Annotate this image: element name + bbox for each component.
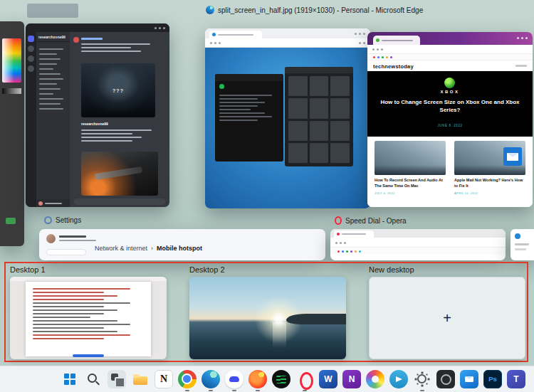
photoshop-icon[interactable]: Ps xyxy=(483,370,502,388)
discord-window[interactable]: researchzone99 ??? researchzone99 xyxy=(26,23,169,207)
settings-window-label[interactable]: Settings xyxy=(44,216,81,224)
edge-window-label[interactable]: split_screen_in_half.jpg (1919×1030) - P… xyxy=(206,6,423,14)
account-name-bar xyxy=(59,235,86,238)
settings-search-box[interactable] xyxy=(46,249,86,255)
color-picker-window[interactable] xyxy=(0,21,24,246)
partial-window[interactable] xyxy=(511,229,534,260)
nav-buttons[interactable] xyxy=(335,242,346,244)
desktop-2-thumbnail[interactable] xyxy=(189,277,346,359)
new-desktop-label[interactable]: New desktop xyxy=(369,265,414,274)
grid-cell xyxy=(330,76,350,96)
text-line xyxy=(33,331,117,332)
tab-title-bar xyxy=(218,34,253,36)
article-card[interactable]: How To Record Screen And Audio At The Sa… xyxy=(375,141,446,195)
article-title[interactable]: Apple Mail Not Working? Here's How to Fi… xyxy=(454,178,525,189)
server-icon[interactable] xyxy=(28,55,34,62)
article-title[interactable]: How To Record Screen And Audio At The Sa… xyxy=(375,178,446,189)
text-line xyxy=(515,243,529,245)
discord-icon[interactable] xyxy=(225,370,244,388)
grid-cell xyxy=(288,98,308,118)
chat-image-dark-scene[interactable]: ??? xyxy=(81,63,155,117)
green-accent xyxy=(219,84,224,89)
bookmark-favicons[interactable] xyxy=(373,56,392,58)
chrome-icon[interactable] xyxy=(178,370,197,388)
notion-glyph: N xyxy=(160,374,167,384)
telegram-icon[interactable] xyxy=(389,370,408,388)
desktop-2-label[interactable]: Desktop 2 xyxy=(189,265,225,274)
message-input[interactable] xyxy=(74,198,165,205)
opera-active-tab[interactable] xyxy=(334,231,374,238)
nav-buttons[interactable] xyxy=(210,42,221,44)
word-icon[interactable]: W xyxy=(319,370,337,388)
window-controls[interactable] xyxy=(355,33,365,35)
firefox-icon[interactable] xyxy=(248,370,267,388)
text-line xyxy=(39,93,53,95)
text-line xyxy=(39,63,57,65)
onenote-icon[interactable]: N xyxy=(342,370,361,388)
edge-icon xyxy=(206,6,214,14)
hero-article[interactable]: XBOX How to Change Screen Size on Xbox O… xyxy=(367,71,533,137)
text-line xyxy=(219,116,272,117)
bookmark-favicons[interactable] xyxy=(337,250,361,253)
text-line xyxy=(33,288,130,290)
discord-user-bar xyxy=(36,199,70,207)
camera-icon[interactable] xyxy=(436,370,455,388)
window-controls[interactable] xyxy=(517,37,528,39)
file-explorer-icon[interactable] xyxy=(131,370,150,388)
start-icon[interactable] xyxy=(61,370,79,388)
article-date: JULY 4, 2022 xyxy=(375,191,446,195)
text-line xyxy=(219,102,265,103)
article-image xyxy=(454,141,525,175)
task-view-icon[interactable] xyxy=(108,370,126,388)
notion-icon[interactable]: N xyxy=(155,370,173,388)
text-line xyxy=(39,58,61,60)
edge-window[interactable] xyxy=(205,28,370,208)
teams-icon[interactable]: T xyxy=(507,370,525,388)
edge-icon[interactable] xyxy=(201,370,220,388)
search-icon[interactable] xyxy=(84,370,103,388)
red-text-lines xyxy=(33,288,144,300)
breadcrumb-root[interactable]: Network & internet xyxy=(95,245,147,252)
mail-icon[interactable] xyxy=(460,370,478,388)
menu-bar[interactable] xyxy=(515,65,527,67)
chat-image-motorcycle[interactable] xyxy=(81,152,158,196)
paint-icon[interactable] xyxy=(366,370,384,388)
desktop-1-thumbnail[interactable] xyxy=(10,277,167,359)
edge-active-tab[interactable] xyxy=(209,31,262,38)
spotify-icon[interactable] xyxy=(272,370,290,388)
text-line xyxy=(33,309,117,311)
technews-browser-window[interactable]: technewstoday.com technewstoday XBOX How… xyxy=(367,32,533,207)
settings-window-title: Settings xyxy=(56,216,81,224)
settings-window[interactable]: Network & internet › Mobile hotspot xyxy=(39,229,325,260)
image-right-window xyxy=(285,67,353,166)
settings-icon[interactable] xyxy=(413,370,431,388)
breadcrumb-separator: › xyxy=(151,245,153,252)
running-indicator xyxy=(256,390,260,392)
text-line xyxy=(81,129,152,131)
horizontal-scrollbar[interactable] xyxy=(73,354,104,357)
edge-toolbar xyxy=(205,38,370,48)
opera-icon[interactable] xyxy=(295,370,314,388)
mail-illustration-icon xyxy=(503,147,522,166)
desktop-1-label[interactable]: Desktop 1 xyxy=(10,265,46,274)
tab-title-bar xyxy=(342,233,366,235)
server-icon[interactable] xyxy=(28,36,34,42)
avatar xyxy=(38,201,43,206)
avatar xyxy=(73,37,79,43)
server-icon[interactable] xyxy=(28,65,34,72)
hero-title[interactable]: How to Change Screen Size on Xbox One an… xyxy=(367,98,533,114)
username-bar xyxy=(81,38,103,40)
image-left-window xyxy=(215,74,283,161)
article-card[interactable]: Apple Mail Not Working? Here's How to Fi… xyxy=(454,141,525,195)
opera-window-label[interactable]: Speed Dial - Opera xyxy=(335,216,407,225)
active-tab[interactable] xyxy=(373,36,420,45)
toolbar-buttons[interactable] xyxy=(359,42,365,44)
server-icon[interactable] xyxy=(28,46,34,52)
new-desktop-tile[interactable]: + xyxy=(369,277,525,359)
nav-buttons[interactable] xyxy=(372,48,383,51)
text-line xyxy=(33,334,130,336)
grayscale-gradient xyxy=(2,88,21,94)
opera-window[interactable] xyxy=(330,229,506,260)
opera-tab-strip xyxy=(330,229,506,238)
site-logo[interactable]: technewstoday xyxy=(373,63,414,70)
